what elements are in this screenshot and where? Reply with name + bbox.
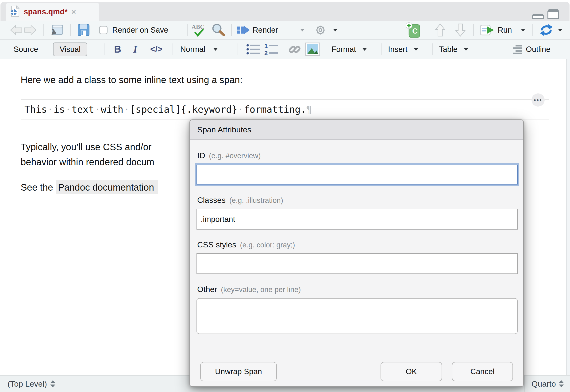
render-on-save-checkbox[interactable] — [99, 26, 108, 34]
rerun-icon[interactable] — [540, 24, 553, 36]
scope-selector[interactable]: (Top Level) — [8, 376, 56, 392]
dialog-title[interactable]: Span Attributes — [190, 120, 523, 140]
insert-menu[interactable]: Insert — [388, 45, 418, 54]
classes-input[interactable] — [196, 209, 518, 230]
open-in-new-window-icon[interactable] — [50, 24, 64, 36]
tab-spans-qmd[interactable]: spans.qmd* × — [6, 3, 99, 21]
run-label: Run — [498, 26, 512, 34]
see-also-paragraph: See the Pandoc documentation — [21, 182, 158, 193]
gear-icon[interactable] — [314, 24, 327, 36]
render-button[interactable]: Render — [237, 24, 278, 36]
up-down-icon — [50, 380, 56, 387]
image-icon[interactable] — [305, 42, 320, 56]
svg-text:1: 1 — [264, 42, 268, 50]
span-attributes-dialog: Span Attributes ID (e.g. #overview) Clas… — [189, 119, 524, 387]
insert-chunk-icon[interactable]: C — [406, 22, 421, 38]
gear-options-caret[interactable] — [333, 29, 338, 31]
intro-paragraph: Here we add a class to some inline text … — [21, 75, 242, 85]
visual-mode-button[interactable]: Visual — [53, 42, 87, 56]
other-label-row: Other (key=value, one per line) — [197, 285, 301, 294]
bold-button[interactable]: B — [114, 44, 121, 55]
format-menu[interactable]: Format — [332, 45, 367, 54]
maximize-pane-icon[interactable] — [547, 8, 559, 19]
id-label-row: ID (e.g. #overview) — [197, 151, 261, 160]
source-mode-button[interactable]: Source — [14, 45, 38, 54]
classes-label-row: Classes (e.g. .illustration) — [197, 196, 283, 205]
code-button[interactable]: </> — [150, 44, 163, 54]
spellcheck-icon[interactable]: ABC — [191, 23, 207, 37]
forward-icon[interactable] — [24, 25, 37, 35]
primary-toolbar: Render on Save ABC Render C — [0, 21, 570, 40]
run-button[interactable]: Run — [480, 24, 512, 36]
up-down-icon — [559, 380, 564, 387]
rstudio-source-pane: spans.qmd* × Render on Save AB — [0, 0, 570, 392]
back-icon[interactable] — [10, 25, 23, 35]
go-to-next-chunk-icon[interactable] — [455, 23, 466, 37]
go-to-previous-chunk-icon[interactable] — [434, 23, 446, 37]
body-paragraph: Typically, you’ll use CSS and/or behavio… — [21, 140, 154, 169]
render-on-save-label: Render on Save — [112, 26, 168, 34]
css-styles-label-row: CSS styles (e.g. color: gray;) — [197, 240, 295, 249]
document-format-selector[interactable]: Quarto — [525, 376, 570, 392]
paragraph-style-dropdown[interactable]: Normal — [180, 45, 218, 54]
cancel-button[interactable]: Cancel — [452, 362, 513, 381]
css-styles-input[interactable] — [196, 253, 518, 274]
render-label: Render — [253, 26, 278, 34]
code-block[interactable]: This·is·text·with·[special]{.keyword}·fo… — [21, 99, 549, 119]
code-line-text: This·is·text·with·[special]{.keyword}·fo… — [21, 104, 312, 115]
id-input[interactable] — [196, 165, 518, 184]
editor-scrollbar[interactable] — [566, 59, 570, 375]
numbered-list-icon[interactable]: 12 — [264, 42, 278, 56]
rerun-options-caret[interactable] — [558, 29, 562, 31]
pandoc-documentation-link[interactable]: Pandoc documentation — [56, 180, 158, 194]
outline-icon — [513, 44, 524, 54]
minimize-pane-icon[interactable] — [532, 13, 544, 19]
other-textarea[interactable] — [196, 298, 518, 334]
tab-title: spans.qmd* — [24, 7, 68, 16]
render-options-caret[interactable] — [300, 29, 305, 31]
outline-toggle[interactable]: Outline — [513, 44, 551, 54]
italic-button[interactable]: I — [133, 44, 137, 55]
svg-text:C: C — [412, 27, 418, 35]
ok-button[interactable]: OK — [381, 362, 442, 381]
table-menu[interactable]: Table — [439, 45, 468, 54]
tab-close-icon[interactable]: × — [71, 8, 76, 16]
quarto-file-icon — [10, 5, 20, 18]
run-options-caret[interactable] — [521, 29, 525, 31]
svg-text:2: 2 — [264, 50, 268, 56]
block-options-ellipsis-icon[interactable]: ••• — [531, 93, 545, 107]
format-toolbar: Source Visual B I </> Normal 12 — [0, 40, 570, 59]
link-icon[interactable] — [288, 42, 301, 56]
save-icon[interactable] — [77, 24, 90, 36]
unwrap-span-button[interactable]: Unwrap Span — [200, 362, 277, 381]
bulleted-list-icon[interactable] — [246, 42, 261, 56]
tab-strip: spans.qmd* × — [0, 2, 570, 21]
find-icon[interactable] — [211, 23, 226, 37]
